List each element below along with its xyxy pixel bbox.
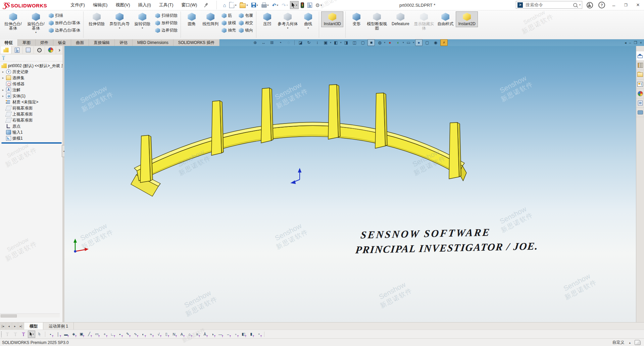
- tab-sketch[interactable]: 草图: [18, 39, 36, 46]
- mirror-button[interactable]: 镜向: [238, 27, 254, 34]
- motion-study-tab[interactable]: 运动算例 1: [43, 323, 74, 330]
- pan-icon[interactable]: ↔: [260, 39, 267, 46]
- extruded-boss-button[interactable]: 拉伸凸台/基体: [2, 11, 24, 32]
- design-library-tab[interactable]: [636, 61, 644, 70]
- filter-select-all-icon[interactable]: [20, 331, 27, 338]
- previous-view-icon[interactable]: ◌: [285, 39, 292, 46]
- tree-item-selection-sets[interactable]: ▸选择集: [1, 75, 62, 81]
- filter-coordinate-systems-icon[interactable]: ∟: [109, 331, 116, 338]
- open-button[interactable]: ▾: [238, 1, 249, 9]
- minimize-button[interactable]: –: [608, 0, 620, 10]
- shell-button[interactable]: 抽壳: [220, 27, 237, 34]
- model-canvas[interactable]: [64, 46, 636, 322]
- filter-surface-finish-icon[interactable]: Å: [201, 331, 208, 338]
- featuremanager-tree-tab[interactable]: [1, 46, 11, 54]
- instant2d-button[interactable]: Instant2D: [456, 11, 478, 27]
- menu-file[interactable]: 文件(F): [67, 0, 88, 10]
- tree-item-imported1[interactable]: 输入1: [1, 129, 62, 135]
- filter-center-of-mass-icon[interactable]: —: [217, 331, 224, 338]
- tab-nav-last[interactable]: ▸|: [18, 323, 24, 330]
- tab-mbd-dimensions[interactable]: MBD Dimensions: [133, 39, 174, 46]
- revolved-cut-button[interactable]: 旋转切除▾: [131, 11, 153, 31]
- search-input[interactable]: [525, 2, 571, 8]
- filter-solid-bodies-icon[interactable]: ▣: [78, 331, 85, 338]
- draft-button[interactable]: 拔模: [220, 20, 237, 26]
- menu-window[interactable]: 窗口(W): [178, 0, 200, 10]
- dock-left-icon[interactable]: ◂: [625, 41, 627, 45]
- file-explorer-tab[interactable]: [636, 70, 644, 80]
- zoom-to-area-icon[interactable]: ⊞: [268, 39, 276, 46]
- ambient-occlusion-icon[interactable]: ▢: [424, 39, 431, 46]
- filter-balloons-icon[interactable]: A: [178, 331, 185, 338]
- viewport-restore-icon[interactable]: ❐: [634, 41, 637, 45]
- panel-expand-arrow[interactable]: ›: [56, 46, 62, 54]
- freeform-button[interactable]: 自由样式: [436, 11, 455, 27]
- customize-button[interactable]: 自定义: [612, 340, 624, 345]
- filter-sketch-segments-icon[interactable]: ✎: [124, 331, 131, 338]
- tab-direct-editing[interactable]: 直接编辑: [89, 39, 115, 46]
- dimxpert-manager-tab[interactable]: [34, 46, 45, 54]
- tab-surfaces[interactable]: 曲面: [71, 39, 89, 46]
- tree-item-right-plane[interactable]: 右视基准面: [1, 117, 62, 123]
- property-manager-tab[interactable]: [12, 46, 22, 54]
- task-pane-close-icon[interactable]: [636, 46, 644, 51]
- menu-edit[interactable]: 编辑(E): [90, 0, 111, 10]
- filter-sketch-points-icon[interactable]: ▪: [116, 331, 123, 338]
- tab-solidworks-addins[interactable]: SOLIDWORKS 插件: [174, 39, 220, 46]
- appearances-scenes-tab[interactable]: [636, 89, 644, 98]
- display-style-hidden-lines-icon[interactable]: ◫: [351, 39, 358, 46]
- filter-faces-icon[interactable]: ▬: [62, 331, 69, 338]
- menu-tools[interactable]: 工具(T): [156, 0, 177, 10]
- tree-horizontal-scrollbar[interactable]: [0, 313, 60, 317]
- wrap-button[interactable]: 包覆: [238, 12, 254, 19]
- filter-planes-icon[interactable]: ▭: [93, 331, 100, 338]
- task-pane-home-tab[interactable]: [636, 51, 644, 61]
- new-document-button[interactable]: ▾: [228, 1, 238, 9]
- filter-geometric-tolerances-icon[interactable]: ◑: [209, 331, 216, 338]
- filter-weld-beads-icon[interactable]: ◐: [140, 331, 147, 338]
- lasso-select-button[interactable]: [36, 331, 43, 338]
- revolved-boss-button[interactable]: 旋转凸台/基体▾: [25, 11, 47, 35]
- custom-properties-tab[interactable]: [636, 98, 644, 108]
- tree-item-solid-bodies[interactable]: ▸实体(1): [1, 93, 62, 99]
- print-button[interactable]: ▾: [260, 1, 270, 9]
- tree-item-material[interactable]: 材质 <未指定>: [1, 99, 62, 105]
- filter-connection-points-icon[interactable]: ▫: [232, 331, 239, 338]
- filter-edges-icon[interactable]: │: [55, 331, 62, 338]
- menu-insert[interactable]: 插入(I): [135, 0, 154, 10]
- edit-appearance-icon[interactable]: ●: [386, 39, 394, 46]
- view-orientation-icon[interactable]: ▣: [322, 39, 329, 46]
- instant3d-button[interactable]: Instant3D: [321, 11, 343, 27]
- perspective-icon[interactable]: ◉: [432, 39, 439, 46]
- display-manager-tab[interactable]: [45, 46, 56, 54]
- tab-features[interactable]: 特征: [0, 39, 18, 46]
- filter-surface-bodies-icon[interactable]: ◈: [70, 331, 77, 338]
- filter-notes-icon[interactable]: N: [170, 331, 178, 338]
- account-button[interactable]: [584, 0, 596, 10]
- tree-item-origin[interactable]: 原点: [1, 123, 62, 129]
- performance-evaluation-icon[interactable]: ⚡: [440, 39, 448, 46]
- filter-inspection-items-icon[interactable]: ▮: [248, 331, 255, 338]
- indent-button[interactable]: 压凹: [258, 11, 276, 27]
- filter-weld-symbols-icon[interactable]: ⌂: [186, 331, 193, 338]
- customize-caret-icon[interactable]: ▴: [629, 341, 631, 344]
- hole-wizard-button[interactable]: 异型孔向导▾: [108, 11, 131, 31]
- tree-item-front-plane[interactable]: 前视基准面: [1, 105, 62, 111]
- rib-button[interactable]: 筋: [220, 12, 237, 19]
- filter-dowel-pins-icon[interactable]: ∘: [255, 331, 262, 338]
- tab-sheet-metal[interactable]: 钣金: [53, 39, 71, 46]
- display-style-shaded-edges-icon[interactable]: ◧: [332, 39, 340, 46]
- magnify-icon[interactable]: ◔: [277, 39, 284, 46]
- tree-item-sensors[interactable]: 传感器: [1, 81, 62, 87]
- filter-routing-points-icon[interactable]: ≈: [147, 331, 154, 338]
- tree-root[interactable]: prt0002 (默认) <<默认>_外观 显示状: [1, 63, 62, 69]
- tree-item-history[interactable]: ▸历史记录: [1, 69, 62, 75]
- tree-filter-icon[interactable]: [1, 56, 6, 60]
- menu-view[interactable]: 视图(V): [112, 0, 133, 10]
- curves-button[interactable]: 曲线▾: [299, 11, 317, 31]
- rotate-view-icon[interactable]: ↻: [305, 39, 312, 46]
- filter-curves-icon[interactable]: ∿: [132, 331, 139, 338]
- lofted-boss-button[interactable]: 放样凸台/基体: [48, 20, 81, 26]
- rebuild-button[interactable]: [299, 1, 305, 9]
- model-tab[interactable]: 模型: [24, 323, 43, 330]
